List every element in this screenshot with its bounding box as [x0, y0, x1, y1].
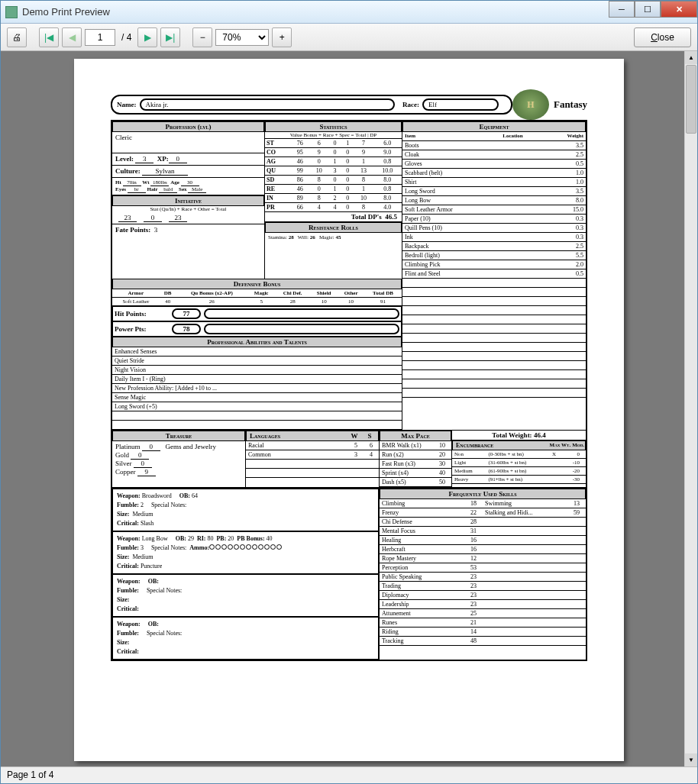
harp-logo-icon: H [512, 89, 549, 120]
zoom-in-button[interactable]: + [272, 27, 292, 47]
window-title: Demo Print Preview [22, 6, 609, 18]
zoom-out-button[interactable]: − [192, 27, 212, 47]
first-page-button[interactable]: |◀ [39, 27, 59, 47]
equipment-table: ItemLocationWeight Boots3.5Cloak2.5Glove… [402, 132, 586, 279]
skill-row: Herbcraft16 [380, 544, 483, 553]
skill-row: Public Speaking23 [380, 572, 483, 581]
skill-row: Stalking and Hidi...59 [483, 508, 586, 517]
equipment-row: Boots3.5 [402, 140, 586, 150]
treasure-list: Platinum 0 Gems and JewelryGold 0Silver … [112, 441, 245, 478]
titlebar: Demo Print Preview ─ ☐ ✕ [1, 1, 697, 24]
equipment-row: Shirt1.0 [402, 177, 586, 186]
profile-column: Profession (lvl) Cleric Level: 3 XP:0 Cu… [112, 121, 265, 279]
skill-row: Attunement25 [380, 608, 483, 618]
equipment-row: Ink0.3 [402, 232, 586, 241]
print-button[interactable]: 🖨 [7, 27, 27, 47]
zoom-select[interactable]: 70% [215, 29, 269, 46]
stats-column: Statistics Value Bonus + Race + Spec = T… [265, 121, 402, 279]
last-page-button[interactable]: ▶| [160, 27, 180, 47]
equipment-row: Flint and Steel0.5 [402, 269, 586, 278]
skill-row: Runes21 [380, 618, 483, 627]
ability-row: New Profession Ability: [Added +10 to ..… [112, 384, 402, 393]
abilities-list: Enhanced SensesQuiet StrideNight VisionD… [112, 347, 402, 430]
close-button[interactable]: Close [634, 27, 691, 47]
equipment-row: Paper (10)0.3 [402, 214, 586, 223]
equipment-row: Quill Pens (10)0.3 [402, 223, 586, 232]
next-page-button[interactable]: ▶ [137, 27, 157, 47]
status-bar: Page 1 of 4 [1, 766, 697, 783]
equipment-cont [402, 279, 586, 430]
app-window: Demo Print Preview ─ ☐ ✕ 🖨 |◀ ◀ / 4 ▶ ▶|… [0, 0, 698, 784]
weapon-slot: Weapon: Broadsword OB: 64 Fumble: 2 Spec… [112, 489, 379, 531]
page-number-input[interactable] [85, 29, 115, 46]
skill-row: Leadership23 [380, 599, 483, 608]
ability-row: Daily Item I - (Ring) [112, 375, 402, 384]
vertical-scrollbar[interactable]: ▲ ▼ [684, 51, 697, 766]
scroll-down-button[interactable]: ▼ [685, 753, 697, 766]
header-row: Name: Akira jr. Race: Elf [111, 95, 512, 115]
skill-row: Tracking48 [380, 636, 483, 645]
fantasy-label: Fantasy [549, 98, 587, 111]
equipment-row: Gloves0.5 [402, 159, 586, 168]
skill-row: Climbing18 [380, 499, 483, 508]
ability-row: Night Vision [112, 366, 402, 375]
profession-header: Profession (lvl) [112, 121, 264, 132]
race-label: Race: [402, 101, 419, 108]
skill-row: Healing16 [380, 535, 483, 544]
equipment-row: Climbing Pick2.0 [402, 260, 586, 269]
skill-row: Riding14 [380, 627, 483, 636]
page-total-label: / 4 [121, 32, 131, 43]
name-label: Name: [117, 101, 137, 108]
skill-row: Trading23 [380, 581, 483, 590]
equipment-row: Backpack2.5 [402, 241, 586, 250]
skills-right: Swimming13Stalking and Hidi...59 [483, 499, 586, 646]
weapons-section: Weapon: Broadsword OB: 64 Fumble: 2 Spec… [112, 489, 380, 660]
race-value: Elf [422, 98, 499, 111]
app-icon [5, 6, 18, 18]
weapon-slot: Weapon: Long Bow OB: 29 RI: 80 PB: 20 PB… [112, 531, 379, 574]
skill-row: Rope Mastery12 [380, 553, 483, 563]
equipment-row: Scabbard (belt)1.0 [402, 168, 586, 177]
pace-table: BMR Walk (x1)10Run (x2)20Fast Run (x3)30… [380, 441, 451, 487]
languages-table: Racial56Common34 [246, 441, 379, 478]
ability-row: Quiet Stride [112, 357, 402, 366]
profession-value: Cleric [112, 132, 264, 153]
skill-row: Diplomacy23 [380, 590, 483, 599]
name-value: Akira jr. [140, 98, 395, 111]
ability-row: Enhanced Senses [112, 347, 402, 357]
stats-table: ST7660176.0CO9590099.0AG4601010.8QU99103… [265, 139, 402, 212]
scroll-up-button[interactable]: ▲ [685, 51, 697, 64]
ability-row: Long Sword (+5) [112, 402, 402, 411]
preview-page: Name: Akira jr. Race: Elf H Fantasy Prof… [74, 59, 624, 761]
weapon-slot: Weapon: OB: Fumble: Special Notes: Size:… [112, 617, 379, 660]
skills-left: Climbing18Frenzy22Chi Defense28Mental Fo… [380, 499, 483, 646]
prev-page-button[interactable]: ◀ [62, 27, 82, 47]
minimize-button[interactable]: ─ [609, 1, 635, 18]
maximize-button[interactable]: ☐ [635, 1, 661, 18]
equipment-row: Long Sword3.5 [402, 186, 586, 195]
scroll-thumb[interactable] [686, 65, 696, 134]
power-points-row: Power Pts:78 [112, 321, 402, 337]
equipment-column: Equipment ItemLocationWeight Boots3.5Clo… [402, 121, 586, 279]
skill-row: Mental Focus31 [380, 526, 483, 535]
window-controls: ─ ☐ ✕ [609, 1, 697, 23]
ability-row: Sense Magic [112, 393, 402, 402]
skill-row: Swimming13 [483, 499, 586, 508]
equipment-row: Bedroll (light)5.5 [402, 250, 586, 260]
toolbar: 🖨 |◀ ◀ / 4 ▶ ▶| − 70% + Close [1, 24, 697, 51]
equipment-row: Soft Leather Armor15.0 [402, 205, 586, 214]
preview-viewport[interactable]: Name: Akira jr. Race: Elf H Fantasy Prof… [1, 51, 697, 766]
skill-row: Frenzy22 [380, 508, 483, 517]
close-window-button[interactable]: ✕ [661, 1, 697, 18]
skill-row: Perception53 [380, 563, 483, 572]
db-table: ArmorDBQu Bonus (x2-AP)MagicChi Def.Shie… [112, 289, 402, 306]
encumbrance-table: Non(0-30lbs + st bn)X0Light(31-60lbs + s… [452, 450, 586, 484]
hit-points-row: Hit Points:77 [112, 306, 402, 321]
weapon-slot: Weapon: OB: Fumble: Special Notes: Size:… [112, 574, 379, 617]
equipment-row: Cloak2.5 [402, 150, 586, 159]
equipment-row: Long Bow8.0 [402, 195, 586, 205]
skill-row: Chi Defense28 [380, 517, 483, 526]
